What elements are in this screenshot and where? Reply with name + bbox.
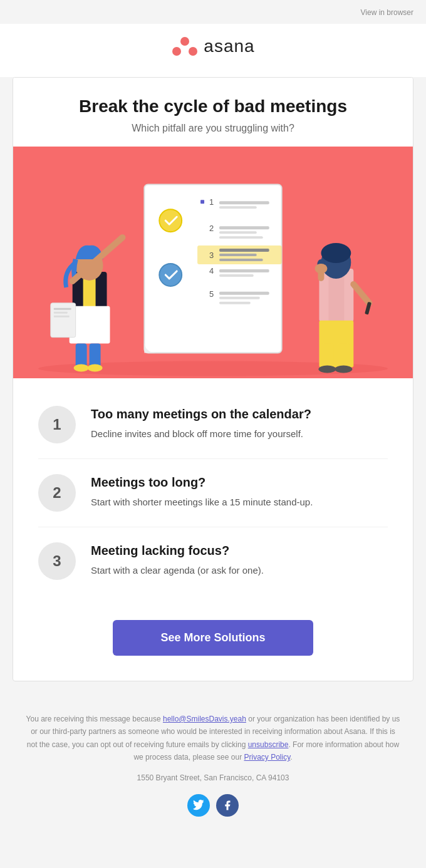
top-bar: View in browser [0, 0, 426, 24]
solution-description-3: Start with a clear agenda (or ask for on… [91, 564, 264, 578]
email-card: Break the cycle of bad meetings Which pi… [13, 77, 413, 681]
brand-name: asana [204, 36, 254, 56]
svg-rect-27 [219, 302, 251, 304]
svg-rect-17 [219, 249, 269, 252]
svg-rect-26 [219, 297, 260, 299]
svg-point-40 [88, 364, 103, 371]
svg-text:5: 5 [209, 289, 214, 299]
logo-container: asana [171, 36, 254, 56]
svg-rect-8 [219, 201, 269, 204]
privacy-policy-link[interactable]: Privacy Policy [244, 753, 290, 762]
svg-rect-12 [219, 226, 269, 229]
see-more-solutions-button[interactable]: See More Solutions [113, 620, 313, 656]
svg-rect-13 [219, 231, 257, 234]
svg-point-0 [180, 37, 189, 46]
solution-item-1: 1 Too many meetings on the calendar? Dec… [38, 391, 388, 459]
footer-address: 1550 Bryant Street, San Francisco, CA 94… [25, 772, 401, 784]
svg-rect-23 [219, 274, 254, 277]
svg-point-53 [318, 365, 336, 373]
svg-text:1: 1 [209, 197, 214, 207]
cta-section: See More Solutions [13, 607, 413, 681]
illustration-area: 1 2 3 4 5 [13, 147, 413, 378]
solution-heading-1: Too many meetings on the calendar? [91, 406, 311, 422]
svg-point-20 [159, 264, 182, 286]
card-header: Break the cycle of bad meetings Which pi… [13, 78, 413, 147]
svg-point-1 [172, 47, 181, 56]
svg-rect-19 [219, 259, 263, 261]
view-in-browser-link[interactable]: View in browser [361, 8, 413, 17]
solution-heading-3: Meeting lacking focus? [91, 542, 264, 559]
facebook-button[interactable] [216, 794, 239, 817]
svg-point-44 [321, 243, 351, 263]
solution-content-3: Meeting lacking focus? Start with a clea… [91, 542, 264, 578]
svg-rect-22 [219, 269, 269, 272]
solution-number-1: 1 [38, 406, 76, 443]
meeting-illustration: 1 2 3 4 5 [13, 147, 413, 378]
svg-point-54 [335, 365, 352, 373]
solutions-list: 1 Too many meetings on the calendar? Dec… [13, 378, 413, 607]
solution-content-1: Too many meetings on the calendar? Decli… [91, 406, 311, 442]
svg-rect-36 [54, 316, 70, 318]
solution-heading-2: Meetings too long? [91, 474, 313, 490]
svg-rect-14 [219, 236, 263, 239]
svg-text:3: 3 [209, 251, 214, 260]
asana-logo-icon [171, 37, 199, 56]
svg-rect-6 [200, 200, 204, 204]
svg-rect-9 [219, 206, 257, 209]
twitter-button[interactable] [187, 794, 210, 817]
solution-item-2: 2 Meetings too long? Start with shorter … [38, 459, 388, 527]
footer: You are receiving this message because h… [0, 694, 426, 835]
logo-area: asana [0, 24, 426, 77]
solution-number-2: 2 [38, 474, 76, 512]
footer-text: You are receiving this message because h… [25, 713, 401, 764]
svg-point-47 [314, 264, 327, 274]
facebook-icon [222, 800, 233, 811]
solution-item-3: 3 Meeting lacking focus? Start with a cl… [38, 527, 388, 595]
solution-description-2: Start with shorter meetings like a 15 mi… [91, 495, 313, 510]
footer-email-link[interactable]: hello@SmilesDavis.yeah [163, 715, 246, 723]
unsubscribe-link[interactable]: unsubscribe [248, 740, 289, 749]
svg-text:2: 2 [209, 224, 214, 233]
social-icons [25, 794, 401, 817]
twitter-icon [193, 800, 204, 811]
svg-rect-18 [219, 254, 257, 256]
solution-content-2: Meetings too long? Start with shorter me… [91, 474, 313, 510]
subheadline: Which pitfall are you struggling with? [38, 123, 388, 134]
headline: Break the cycle of bad meetings [38, 96, 388, 116]
svg-point-10 [159, 209, 182, 232]
svg-point-39 [74, 364, 89, 371]
svg-rect-34 [54, 308, 71, 310]
svg-text:4: 4 [209, 266, 214, 276]
svg-rect-25 [219, 292, 269, 295]
svg-rect-35 [54, 312, 68, 314]
svg-point-2 [189, 47, 197, 56]
solution-description-1: Decline invites and block off more time … [91, 427, 311, 442]
solution-number-3: 3 [38, 542, 76, 580]
